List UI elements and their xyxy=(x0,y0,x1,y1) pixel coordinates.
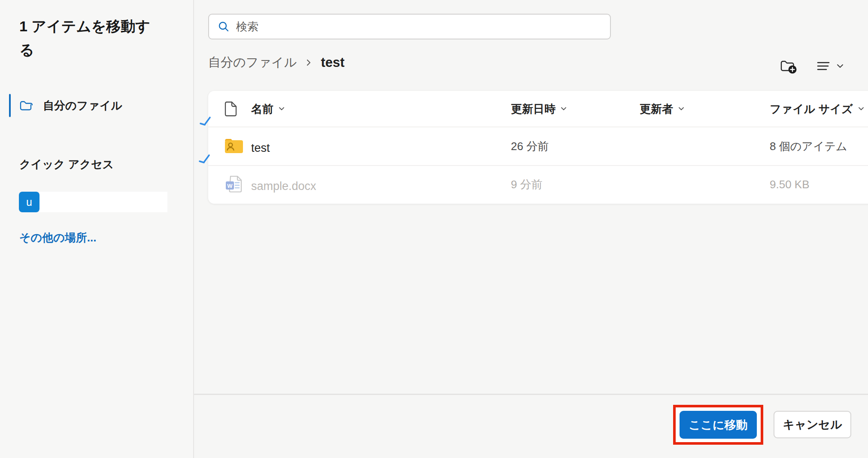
breadcrumb: 自分のファイル test xyxy=(208,52,345,73)
sidebar-item-my-files[interactable]: 自分のファイル xyxy=(0,93,194,118)
dialog-title: 1 アイテムを移動する xyxy=(19,15,161,62)
chevron-down-icon xyxy=(677,105,685,113)
search-icon xyxy=(218,21,230,33)
shared-folder-icon xyxy=(224,137,244,155)
annotation-highlight-box: ここに移動 xyxy=(673,405,763,445)
file-name[interactable]: test xyxy=(251,142,270,155)
click-indicator-icon xyxy=(199,116,213,129)
table-header-row: 名前 更新日時 更新者 ファイル サイズ xyxy=(208,91,868,127)
table-row-sample-docx: W sample.docx 9 分前 9.50 KB xyxy=(208,166,868,203)
new-folder-button[interactable] xyxy=(778,56,799,76)
file-list-panel: 名前 更新日時 更新者 ファイル サイズ xyxy=(208,91,868,204)
more-places-link[interactable]: その他の場所... xyxy=(19,230,97,245)
cancel-button[interactable]: キャンセル xyxy=(774,411,851,438)
toolbar xyxy=(778,56,845,76)
word-document-icon: W xyxy=(224,173,246,196)
column-header-size[interactable]: ファイル サイズ xyxy=(770,101,865,116)
chevron-down-icon xyxy=(560,105,568,113)
site-avatar: u xyxy=(19,192,39,212)
size-cell: 9.50 KB xyxy=(770,178,810,191)
folder-icon xyxy=(19,99,33,112)
breadcrumb-chevron-icon xyxy=(304,57,313,68)
table-row-folder-test[interactable]: test 26 分前 8 個のアイテム xyxy=(208,127,868,166)
search-input[interactable] xyxy=(236,20,601,33)
column-header-name[interactable]: 名前 xyxy=(251,101,285,116)
chevron-down-icon xyxy=(278,105,285,113)
view-selector-button[interactable] xyxy=(815,57,845,75)
breadcrumb-current: test xyxy=(321,55,344,70)
footer-divider xyxy=(194,394,868,395)
column-header-modified-by[interactable]: 更新者 xyxy=(640,101,685,116)
modified-cell: 26 分前 xyxy=(511,139,549,154)
modified-cell: 9 分前 xyxy=(511,177,543,192)
list-view-icon xyxy=(815,57,832,75)
quick-access-heading: クイック アクセス xyxy=(19,157,114,172)
size-cell: 8 個のアイテム xyxy=(770,139,847,154)
svg-text:W: W xyxy=(227,183,233,189)
column-header-modified[interactable]: 更新日時 xyxy=(511,101,568,116)
move-here-button[interactable]: ここに移動 xyxy=(680,411,757,439)
sidebar-item-label: 自分のファイル xyxy=(43,98,122,113)
chevron-down-icon xyxy=(835,61,845,71)
quick-access-item-row xyxy=(39,192,167,212)
sidebar-item-quick-access-site[interactable]: u xyxy=(19,192,167,212)
breadcrumb-root[interactable]: 自分のファイル xyxy=(208,54,297,71)
document-type-icon xyxy=(224,100,238,118)
move-dialog-sidebar: 1 アイテムを移動する 自分のファイル クイック アクセス u その他の場所..… xyxy=(0,0,194,458)
file-name: sample.docx xyxy=(251,180,316,193)
chevron-down-icon xyxy=(857,105,865,113)
selection-indicator-bar xyxy=(9,94,11,117)
click-indicator-icon xyxy=(198,154,212,167)
move-dialog-main: 自分のファイル test xyxy=(194,0,868,458)
search-box[interactable] xyxy=(208,14,611,39)
